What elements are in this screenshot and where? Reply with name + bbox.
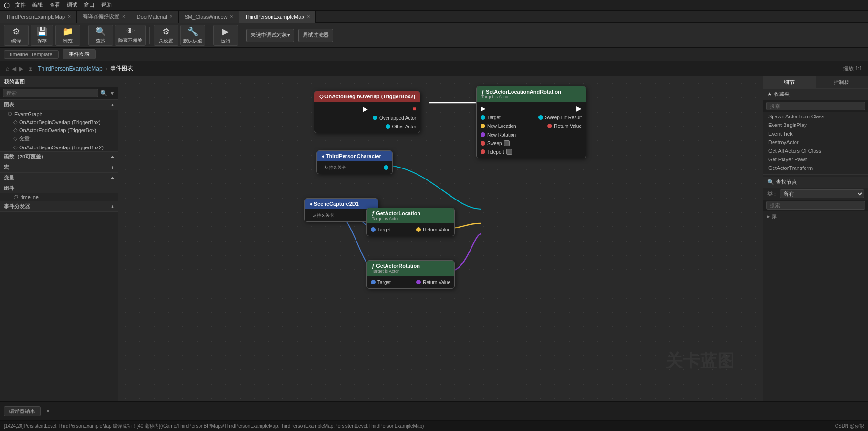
filter-button[interactable]: 调试过滤器 [298,29,333,42]
components-header[interactable]: 组件 [0,183,118,193]
teleport-checkbox[interactable] [506,149,512,155]
search-icon: 🔍 [100,90,107,96]
timeline-component[interactable]: ⏱ timeline [0,193,118,201]
right-search-input[interactable] [766,102,865,110]
sweep-checkbox[interactable] [504,140,510,146]
add-variable-button[interactable]: + [111,175,114,181]
tab-close-1[interactable]: × [122,14,125,19]
my-blueprint-header[interactable]: 我的蓝图 [0,76,118,87]
close-pin[interactable]: ■ [413,105,416,112]
tab-1[interactable]: 编译器偏好设置 × [77,11,131,23]
event-1[interactable]: ◇ OnActorEndOverlap (TriggerBox) [0,126,118,134]
functions-header[interactable]: 函数（20可覆盖） + [0,152,118,162]
variables-header[interactable]: 变量 + [0,173,118,183]
subtab-event-graph[interactable]: 事件图表 [63,49,96,59]
library-row[interactable]: ▸ 库 [763,211,868,221]
menu-edit[interactable]: 编辑 [32,1,43,9]
menu-file[interactable]: 文件 [15,1,26,9]
pin-left: Target [371,280,391,285]
right-item-2[interactable]: Event Tick [763,129,868,138]
add-macro-button[interactable]: + [111,165,114,170]
add-function-button[interactable]: + [111,154,114,160]
compiler-results-tab[interactable]: 编译器结果 [4,406,41,416]
sweep-hit-pin[interactable] [538,115,543,120]
home-icon[interactable]: ⌂ [6,65,9,72]
sweep-pin[interactable] [481,141,485,146]
tab-4[interactable]: ThirdPersonExampleMap × [239,11,316,23]
event-0[interactable]: ◇ OnActorBeginOverlap (TriggerBox) [0,118,118,126]
settings-button[interactable]: ⚙ 关设置 [154,25,178,46]
set-actor-body: ▶ ▶ Target Sweep Hit Result [477,102,586,158]
menu-help[interactable]: 帮助 [101,1,112,9]
out-pin[interactable] [384,165,388,170]
return-pin-rot[interactable] [416,280,421,284]
filter-icon[interactable]: ▼ [109,90,115,96]
graphs-header[interactable]: 图表 + [0,100,118,110]
sweep-hit-label: Sweep Hit Result [545,115,582,120]
tab-close-0[interactable]: × [68,14,71,19]
bottom-close-btn[interactable]: × [46,408,50,415]
other-actor-pin[interactable] [386,124,390,129]
tab-close-4[interactable]: × [307,14,310,19]
overlapped-actor-pin[interactable] [373,116,377,120]
hide-button[interactable]: 👁 隐藏不相关 [115,25,146,46]
menu-window[interactable]: 窗口 [84,1,94,9]
sep-2 [149,27,150,44]
run-button[interactable]: ▶ 运行 [213,25,238,46]
exec-out: ▶ [363,105,368,113]
tab-0[interactable]: ThirdPersonExampleMap × [0,11,77,23]
event-3[interactable]: ◇ OnActorBeginOverlap (TriggerBox2) [0,143,118,151]
right-search2-input[interactable] [766,201,865,210]
right-item-0[interactable]: Spawn Actor from Class [763,112,868,121]
tab-2[interactable]: DoorMaterial × [131,11,179,23]
defaults-label: 默认认值 [183,38,202,44]
right-item-1[interactable]: Event BeginPlay [763,121,868,129]
target-pin-loc[interactable] [371,227,376,232]
right-item-label-4: Get All Actors Of Class [768,148,821,154]
back-button[interactable]: ◀ [12,65,16,72]
right-item-6[interactable]: GetActorTransform [763,164,868,172]
forward-button[interactable]: ▶ [19,65,23,72]
class-select[interactable]: 所有 [780,189,864,198]
save-button[interactable]: 💾 保存 [31,25,53,46]
tab-close-2[interactable]: × [170,14,173,19]
return-val-pin[interactable] [547,124,552,128]
compile-button[interactable]: ⚙ 编译 [4,25,29,46]
browse-button[interactable]: 📁 浏览 [55,25,80,46]
pin-label: Overlapped Actor [379,116,416,121]
bc-map-link[interactable]: ThirdPersonExampleMap [38,65,102,72]
teleport-pin[interactable] [481,149,485,154]
right-item-5[interactable]: Get Player Pawn [763,155,868,164]
subtab-timeline[interactable]: timeline_Template [4,50,59,59]
menu-view[interactable]: 查看 [50,1,60,9]
add-graph-button[interactable]: + [111,102,114,108]
defaults-button[interactable]: 🔧 默认认值 [180,25,205,46]
macros-header[interactable]: 宏 + [0,162,118,172]
right-item-3[interactable]: DestroyActor [763,138,868,147]
target-pin-rot[interactable] [371,280,376,284]
event-graph-item[interactable]: ⬡ EventGraph [0,110,118,118]
tab-close-3[interactable]: × [230,14,233,19]
event-2[interactable]: ◇ 变量1 [0,134,118,143]
find-button[interactable]: 🔍 查找 [88,25,113,46]
third-person-node: ♦ ThirdPersonCharacter 从持久关卡 [316,150,393,174]
new-rotation-pin[interactable] [481,132,485,137]
get-rotation-title: GetActorRotation [376,263,420,269]
left-search-input[interactable] [3,89,98,97]
target-pin[interactable] [481,115,485,120]
debug-dropdown[interactable]: 未选中调试对象▾ [246,29,294,42]
tab-3[interactable]: SM_GlassWindow × [179,11,240,23]
dispatchers-header[interactable]: 事件分发器 + [0,201,118,211]
sep-3 [209,27,209,44]
library-label: ▸ 库 [767,213,777,220]
browse-label: 浏览 [63,38,73,44]
new-location-pin[interactable] [481,124,485,128]
right-item-4[interactable]: Get All Actors Of Class [763,147,868,155]
right-tab-board[interactable]: 控制板 [816,76,868,88]
add-dispatcher-button[interactable]: + [111,204,114,210]
components-label: 组件 [4,185,14,192]
return-pin-loc[interactable] [416,227,421,232]
menu-debug[interactable]: 调试 [67,1,77,9]
right-tab-details[interactable]: 细节 [763,76,816,88]
blueprint-canvas[interactable]: ◇ OnActorBeginOverlap (TriggerBox2) ▶ ■ … [118,76,763,401]
